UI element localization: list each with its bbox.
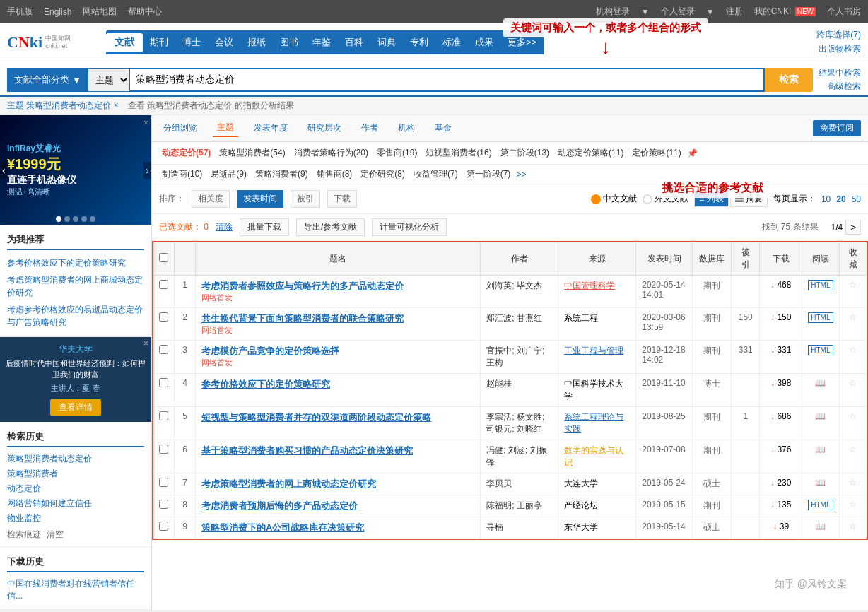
tag-more-icon[interactable]: 📌 [687,148,698,158]
nav-institution-login[interactable]: 机构登录 [596,6,630,18]
filter-tab-level[interactable]: 研究层次 [303,120,346,136]
history-trace-link[interactable]: 检索痕迹 [7,529,41,541]
advanced-search-link[interactable]: 高级检索 [827,81,861,93]
tag-consumer-strategy[interactable]: 消费者策略行为(20) [291,146,371,160]
book-icon[interactable]: 📖 [815,478,826,488]
per-page-20[interactable]: 20 [836,194,845,204]
star-icon[interactable]: ☆ [849,522,857,531]
row-title-link[interactable]: 考虑模仿产品竞争的定价策略选择 [201,346,339,356]
row-checkbox[interactable] [159,378,168,387]
search-field-select[interactable]: 主题 [88,68,130,92]
nav-sitemap[interactable]: 网站地图 [83,6,117,18]
tag-dynamic-pricing[interactable]: 动态定价(57) [159,146,213,160]
nav-tab-standard[interactable]: 标准 [435,33,468,52]
batch-download-button[interactable]: 批量下载 [240,218,289,236]
history-item-1[interactable]: 策略型消费者动态定价 [7,452,144,466]
breadcrumb-subject-link[interactable]: 主题 策略型消费者动态定价 × [7,100,119,110]
html-badge[interactable]: HTML [808,345,833,355]
tag-seller[interactable]: 销售商(8) [314,167,356,182]
search-button[interactable]: 检索 [765,68,813,92]
html-badge[interactable]: HTML [808,280,833,290]
sort-cited[interactable]: 被引 [291,190,320,208]
download-icon[interactable]: ↓ [773,522,779,531]
nav-tab-book[interactable]: 图书 [273,33,305,52]
ad-banner-2[interactable]: × 华夫大学 后疫情时代中国和世界经济预判：如何捍卫我们的财富 主讲人：夏 春 … [0,337,151,422]
star-icon[interactable]: ☆ [849,312,857,322]
tag-strategic-consumer[interactable]: 策略型消费者(54) [216,146,288,160]
row-title-link[interactable]: 参考价格效应下的定价策略研究 [201,379,330,389]
category-button[interactable]: 文献全部分类 ▼ [7,68,88,92]
list-view-button[interactable]: ≡ 列表 [694,191,728,207]
filter-tab-year[interactable]: 发表年度 [250,120,292,136]
tag-pricing-research[interactable]: 定价研究(8) [358,167,408,182]
nav-english[interactable]: English [44,7,71,17]
book-icon[interactable]: 📖 [815,411,826,421]
cn-literature-radio[interactable]: 中文文献 [591,193,637,205]
clear-selection-link[interactable]: 清除 [216,221,233,233]
row-checkbox[interactable] [159,280,168,289]
star-icon[interactable]: ☆ [849,478,857,488]
row-title-link[interactable]: 基于策略型消费者购买习惯的产品动态定价决策研究 [201,445,413,456]
row-checkbox[interactable] [159,478,168,487]
foreign-literature-radio[interactable]: 外文文献 [643,193,688,205]
download-item-1[interactable]: 中国在线消费者对在线营销者信任信... [7,577,144,604]
recommend-item-2[interactable]: 考虑策略型消费者的网上商城动态定价研究 [7,271,144,301]
nav-tab-literature[interactable]: 文献 [106,33,143,52]
star-icon[interactable]: ☆ [849,445,857,454]
nav-tab-achievement[interactable]: 成果 [468,33,500,52]
nav-tab-dictionary[interactable]: 词典 [370,33,403,52]
history-item-2[interactable]: 策略型消费者 [7,466,144,481]
filter-tab-group[interactable]: 分组浏览 [159,120,201,136]
sort-date[interactable]: 发表时间 [237,190,283,208]
per-page-50[interactable]: 50 [852,194,861,204]
result-search-link[interactable]: 结果中检索 [819,67,861,79]
book-icon[interactable]: 📖 [815,522,826,531]
tag-pricing-strategy[interactable]: 定价策略(11) [629,146,684,160]
tag-dynamic-strategy[interactable]: 动态定价策略(11) [555,146,626,160]
row-checkbox[interactable] [159,522,168,531]
sort-download[interactable]: 下载 [327,190,357,208]
history-item-4[interactable]: 网络营销如何建立信任 [7,496,144,511]
ad-prev-icon[interactable]: ‹ [0,162,8,179]
nav-register[interactable]: 注册 [726,6,743,18]
tag-retailer[interactable]: 零售商(19) [374,146,420,160]
search-input[interactable] [130,68,765,92]
tag-perishable[interactable]: 易逝品(9) [208,167,250,182]
tags-more-link[interactable]: >> [516,170,526,180]
filter-tab-fund[interactable]: 基金 [430,120,456,136]
recommend-item-1[interactable]: 参考价格效应下的定价策略研究 [7,254,144,271]
breadcrumb-analysis-link[interactable]: 查看 策略型消费者动态定价 的指数分析结果 [128,100,294,110]
row-source-link[interactable]: 中国管理科学 [564,281,615,290]
history-item-5[interactable]: 物业监控 [7,511,144,526]
abstract-view-button[interactable]: ▤ 摘要 [730,191,768,207]
ad-next-icon[interactable]: › [143,162,151,179]
html-badge[interactable]: HTML [808,500,833,510]
row-title-link[interactable]: 策略型消费下的A公司战略库存决策研究 [201,522,364,533]
filter-tab-subject[interactable]: 主题 [213,119,238,137]
star-icon[interactable]: ☆ [849,280,857,290]
nav-help[interactable]: 帮助中心 [128,6,162,18]
star-icon[interactable]: ☆ [849,411,857,421]
nav-tab-phd[interactable]: 博士 [175,33,208,52]
ad-close-icon[interactable]: × [143,118,148,128]
tag-first-phase[interactable]: 第一阶段(7) [464,167,514,182]
row-source-link[interactable]: 系统工程理论与实践 [564,412,623,434]
row-checkbox[interactable] [159,345,168,354]
row-checkbox[interactable] [159,411,168,420]
nav-tab-patent[interactable]: 专利 [403,33,435,52]
book-icon[interactable]: 📖 [815,378,826,388]
nav-tab-conference[interactable]: 会议 [208,33,240,52]
nav-personal-login[interactable]: 个人登录 [661,6,695,18]
next-page-button[interactable]: > [845,220,861,235]
row-checkbox[interactable] [159,500,168,509]
ad2-close-icon[interactable]: × [143,339,148,348]
history-clear-link[interactable]: 清空 [47,529,64,541]
recommend-item-3[interactable]: 考虑参考价格效应的易逝品动态定价与广告策略研究 [7,301,144,331]
row-title-link[interactable]: 考虑策略型消费者的网上商城动态定价研究 [201,478,376,489]
select-all-checkbox[interactable] [159,253,168,262]
subscribe-button[interactable]: 免费订阅 [813,120,861,136]
nav-tab-more[interactable]: 更多>> [500,33,544,52]
row-title-link[interactable]: 共生换代背景下面向策略型消费者的联合策略研究 [201,313,404,324]
ad2-detail-button[interactable]: 查看详情 [50,399,101,416]
filter-tab-author[interactable]: 作者 [357,120,382,136]
